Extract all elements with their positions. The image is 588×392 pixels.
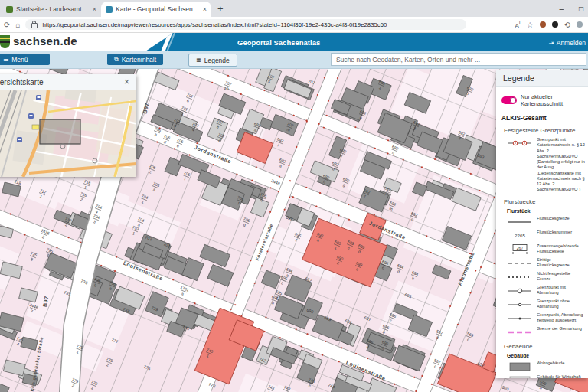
legend-row: Grenzpunkt mit Katasternachweis n. § 12 …: [501, 137, 585, 193]
legend-row-label: Gebäude für Wirtschaft oder Gewerbe: [537, 374, 585, 378]
overview-map[interactable]: [0, 90, 136, 177]
map-extent-rectangle[interactable]: [40, 119, 80, 144]
legend-row-label: Grenze der Gemarkung: [537, 326, 585, 332]
legend-row: Strittige Flurstücksgrenze: [501, 257, 585, 269]
legend-section-title: Festgestellte Grenzpunkte: [501, 127, 585, 134]
legend-row: Gebäude für Wirtschaft oder Gewerbe: [501, 374, 585, 378]
browser-essentials-icon[interactable]: [552, 21, 558, 28]
map-canvas[interactable]: 707107076707170797074707870777075707706a…: [0, 69, 588, 392]
legend-row-label: Flurstücksnummer: [537, 230, 585, 235]
legend-symbol-line-circle: [507, 285, 533, 296]
legend-symbol-swatch-light: [507, 374, 533, 378]
legend-symbol-line-circle-small: [507, 299, 533, 310]
legend-symbol-swatch-dark: [507, 361, 533, 372]
legend-row: Grenzpunkt mit Abmarkung: [501, 285, 585, 296]
route-shield: [32, 125, 39, 129]
legend-row: Grenzpunkt ohne Abmarkung: [501, 299, 585, 310]
site-logo[interactable]: sachsen.de: [13, 34, 77, 47]
hamburger-icon: ☰: [3, 56, 8, 63]
legend-symbol-line-solid: [507, 216, 533, 227]
legend-row-label: Grenzpunkt mit Abmarkung: [537, 285, 585, 296]
map-extent-toggle[interactable]: [501, 96, 517, 104]
legend-group-title: ALKIS-Gesamt: [501, 114, 585, 122]
legend-row: Nicht festgestellte Grenze: [501, 271, 585, 283]
header-banner: Geoportal Sachsenatlas ⇥Anmelden: [145, 33, 588, 51]
legend-row: Wohngebäude: [501, 361, 585, 372]
legend-row-label: Strittige Flurstücksgrenze: [537, 257, 585, 269]
login-button[interactable]: ⇥Anmelden: [549, 39, 586, 47]
app-title: Geoportal Sachsenatlas: [237, 38, 320, 47]
legend-row: Grenze der Gemarkung: [501, 326, 585, 338]
tab-favicon: [6, 6, 13, 13]
window-controls: – □: [554, 0, 588, 17]
app-toolbar: ☰ Menü ⧉ Karteninhalt ≣ Legende: [0, 51, 588, 69]
legend-symbol-number: 2265: [507, 230, 533, 241]
login-icon: ⇥: [549, 39, 554, 47]
tab-close-icon[interactable]: ×: [93, 5, 96, 13]
address-bar: ⟳ ⌂ https://geoportal.sachsen.de/mapview…: [0, 17, 588, 33]
tab-title: Karte - Geoportal Sachsenatlas: [116, 5, 200, 13]
legend-symbol-line-magenta: [507, 326, 533, 338]
menu-button[interactable]: ☰ Menü: [0, 54, 50, 65]
home-icon[interactable]: ⌂: [15, 21, 20, 29]
minimize-button[interactable]: –: [559, 5, 564, 13]
svg-text:267: 267: [517, 245, 524, 250]
tab-title: Startseite - Landesamt für Geob…: [16, 5, 90, 13]
legend-title: Legende: [503, 74, 534, 83]
toggle-label: Nur aktueller Kartenausschnitt: [521, 93, 585, 107]
legend-row: 267Zusammengehörende Flurstücksteile: [501, 243, 585, 255]
lock-icon: [31, 23, 38, 28]
sync-icon[interactable]: ⟲: [564, 21, 570, 29]
legend-row-label: Grenzpunkt mit Katasternachweis n. § 12 …: [537, 137, 585, 193]
svg-text:2265: 2265: [514, 233, 525, 238]
legend-subsection-title: Gebäude: [501, 353, 585, 358]
layers-icon: ⧉: [114, 56, 119, 64]
legend-section-title: Gebaeude: [501, 343, 585, 350]
legend-panel: Legende Nur aktueller Kartenausschnitt A…: [496, 70, 588, 378]
tab-close-icon[interactable]: ×: [203, 5, 207, 13]
profile-avatar[interactable]: [577, 21, 583, 28]
tab-strip: Startseite - Landesamt für Geob…×Karte -…: [2, 2, 211, 17]
url-text: https://geoportal.sachsen.de/mapviewer/r…: [42, 21, 387, 28]
favorite-star-icon[interactable]: ☆: [527, 21, 534, 29]
maximize-button[interactable]: □: [579, 5, 583, 13]
legend-button[interactable]: ≣ Legende: [188, 54, 237, 67]
legend-row-label: Nicht festgestellte Grenze: [537, 271, 585, 283]
url-field[interactable]: https://geoportal.sachsen.de/mapviewer/r…: [25, 19, 466, 30]
tab-favicon: [106, 6, 113, 13]
overview-map-panel: Übersichtskarte ×: [0, 74, 136, 177]
new-tab-button[interactable]: +: [217, 3, 224, 15]
list-icon: ≣: [196, 57, 201, 64]
map-content-button[interactable]: ⧉ Karteninhalt: [107, 54, 163, 65]
browser-tab[interactable]: Startseite - Landesamt für Geob…×: [2, 2, 101, 17]
legend-row-label: Grenzpunkt, Abmarkung zeitweilig ausgese…: [537, 312, 585, 324]
legend-row: Grenzpunkt, Abmarkung zeitweilig ausgese…: [501, 312, 585, 324]
legend-row: Flurstücksgrenze: [501, 216, 585, 227]
legend-row-label: Zusammengehörende Flurstücksteile: [537, 243, 585, 255]
search-input[interactable]: [331, 53, 586, 66]
site-header: sachsen.de Geoportal Sachsenatlas ⇥Anmel…: [0, 33, 588, 51]
overview-panel-title: Übersichtskarte: [0, 78, 43, 87]
legend-subsection-title: Flurstück: [501, 208, 585, 214]
browser-tab-bar: Startseite - Landesamt für Geob…×Karte -…: [0, 0, 588, 17]
legend-row-label: Grenzpunkt ohne Abmarkung: [537, 299, 585, 310]
legend-row-label: Wohngebäude: [537, 361, 585, 366]
browser-action-icons: Aı ☆ ⟲: [514, 20, 584, 29]
read-aloud-icon[interactable]: Aı: [514, 20, 520, 29]
browser-tab[interactable]: Karte - Geoportal Sachsenatlas×: [101, 2, 211, 17]
saxony-crest-icon: [0, 35, 10, 48]
legend-header: Legende: [496, 70, 588, 87]
extension-icon[interactable]: [540, 21, 546, 28]
legend-symbol-box-number: 267: [507, 243, 533, 255]
legend-section-title: Flurstuecke: [501, 198, 585, 205]
legend-symbol-line-dash: [507, 257, 533, 269]
legend-row-label: Flurstücksgrenze: [537, 216, 585, 221]
legend-symbol-line-dots: [507, 271, 533, 283]
legend-symbol-line-dot: [507, 312, 533, 324]
refresh-icon[interactable]: ⟳: [4, 21, 10, 29]
legend-row: 2265Flurstücksnummer: [501, 230, 585, 241]
overview-close-icon[interactable]: ×: [124, 77, 129, 87]
legend-symbol-grenzpunkt: [507, 137, 533, 149]
